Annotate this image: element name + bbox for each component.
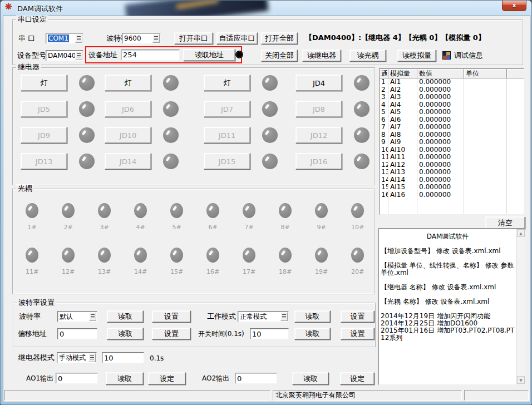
info-line: 【增加设备型号】 修改 设备表.xml.xml [381,248,515,255]
table-row[interactable]: 5 AI5 0.000000 [380,108,524,116]
open-all-button[interactable]: 打开全部 [261,32,298,45]
workmode-select[interactable]: 正常模式 [238,311,289,322]
ao1-set-button[interactable]: 设定 [148,372,186,385]
opto-lamp-icon [243,248,255,263]
workmode-set-button[interactable]: 设置 [341,310,375,323]
relay-time-input[interactable] [102,352,144,363]
analog-table-body: 1 AI1 0.000000 2 AI2 0.000000 3 AI3 0.00… [380,78,524,214]
workmode-read-button[interactable]: 读取 [294,310,331,323]
table-row[interactable]: 7 AI7 0.000000 [380,124,524,131]
relay-mode-select[interactable]: 手动模式 [57,352,97,363]
info-scrollbar[interactable]: ▲ ▼ [516,229,525,384]
relay-button[interactable]: JD12 [295,127,342,144]
scroll-down-icon[interactable]: ▼ [517,376,525,384]
table-row[interactable] [380,199,524,206]
baudrate-read-button[interactable]: 读取 [107,310,144,323]
relay-button[interactable]: 灯 [204,75,250,91]
baud-select[interactable]: 9600 [122,33,161,44]
relay-button[interactable]: JD10 [105,127,151,144]
titlebar[interactable]: DAM调试软件 x [1,1,531,16]
baudrate-select[interactable]: 默认 [57,311,97,322]
read-opto-button[interactable]: 读光耦 [349,50,386,62]
device-address-input[interactable] [121,50,180,61]
table-row[interactable]: 8 AI8 0.000000 [380,131,524,139]
baudrate-set-button[interactable]: 设置 [152,310,191,323]
opto-label: 20# [351,268,364,275]
read-address-button[interactable]: 读取地址 [183,49,235,61]
table-row[interactable]: 2 AI2 0.000000 [380,86,524,94]
offset-address-input[interactable] [57,328,97,339]
combo-arrow-icon[interactable] [152,34,160,43]
relay-grid: 灯 灯 灯 JD4 JD5 JD6 JD [13,75,383,179]
combo-arrow-icon[interactable] [75,34,82,43]
read-analog-button[interactable]: 读模拟量 [397,50,436,62]
table-row[interactable]: 9 AI9 0.000000 [380,139,524,146]
switch-read-button[interactable]: 读取 [294,328,331,340]
switch-set-button[interactable]: 设置 [341,328,375,340]
switch-time-input[interactable] [250,328,289,339]
table-row[interactable]: 10 AI10 0.000000 [380,146,524,154]
ao2-read-button[interactable]: 读取 [292,372,329,385]
combo-arrow-icon[interactable] [88,353,96,362]
opto-row-2: 11# 12# 13# 14# 15# 16# [13,248,376,275]
table-row[interactable] [380,206,524,214]
col-analog[interactable]: 模拟量 [388,69,417,78]
combo-arrow-icon[interactable] [89,312,96,321]
opto-cell: 3# [86,203,122,231]
auto-serial-button[interactable]: 自适应串口 [216,32,258,45]
table-row[interactable]: 4 AI4 0.000000 [380,101,524,109]
debug-info-label[interactable]: 调试信息 [454,50,483,61]
relay-cell: 灯 [204,75,295,101]
port-value: COM1 [48,34,69,42]
info-line: 【模拟量 单位、线性转换、名称】 修改 参数单位.xml [381,262,515,276]
opto-lamp-icon [62,203,75,218]
table-row[interactable]: 12 AI12 0.000000 [380,161,524,169]
port-select[interactable]: COM1 [46,33,83,44]
relay-button[interactable]: JD7 [204,101,250,117]
table-row[interactable]: 1 AI1 0.000000 [380,78,524,86]
relay-button[interactable]: JD5 [21,101,67,117]
relay-button[interactable]: JD15 [204,153,250,170]
relay-button[interactable]: JD8 [295,101,342,117]
offset-address-label: 偏移地址 [18,328,47,339]
read-relay-button[interactable]: 读继电器 [302,50,341,62]
relay-lamp-icon [163,127,179,143]
table-row[interactable]: 15 AI15 0.000000 [380,184,524,191]
col-value[interactable]: 数值 [417,69,464,78]
relay-button[interactable]: JD11 [204,127,250,144]
ao1-input[interactable] [56,373,98,384]
offset-set-button[interactable]: 设置 [152,328,191,340]
relay-button[interactable]: JD6 [105,101,151,117]
offset-read-button[interactable]: 读取 [107,328,144,340]
table-row[interactable]: 13 AI13 0.000000 [380,169,524,176]
ao2-input[interactable] [235,373,277,384]
relay-lamp-icon [354,101,370,117]
relay-button[interactable]: JD4 [295,75,342,91]
clear-button[interactable]: 清空 [485,216,525,229]
relay-button[interactable]: JD9 [21,127,67,144]
close-button[interactable]: x [502,1,526,11]
table-row[interactable]: 14 AI14 0.000000 [380,176,524,184]
opto-label: 6# [208,224,217,231]
ao2-set-button[interactable]: 设定 [340,372,375,385]
table-row[interactable]: 16 AI16 0.000000 [380,191,524,199]
table-row[interactable]: 6 AI6 0.000000 [380,116,524,124]
table-row[interactable]: 11 AI11 0.000000 [380,154,524,161]
relay-button[interactable]: JD16 [295,153,342,170]
relay-button[interactable]: 灯 [21,75,67,91]
model-select[interactable]: DAM0400 [46,50,83,61]
relay-button[interactable]: 灯 [105,75,151,91]
relay-button[interactable]: JD13 [21,153,67,170]
col-channel[interactable]: 通 [380,69,388,78]
ao1-read-button[interactable]: 读取 [106,372,144,385]
status-panel-right [464,390,529,401]
combo-arrow-icon[interactable] [75,51,82,60]
relay-button[interactable]: JD14 [105,153,151,170]
combo-arrow-icon[interactable] [280,312,288,321]
open-serial-button[interactable]: 打开串口 [174,32,213,45]
scroll-up-icon[interactable]: ▲ [517,229,525,237]
close-all-button[interactable]: 关闭全部 [261,50,298,62]
table-row[interactable]: 3 AI3 0.000000 [380,93,524,101]
opto-cell: 10# [339,203,376,231]
col-unit[interactable]: 单位 [464,69,507,78]
